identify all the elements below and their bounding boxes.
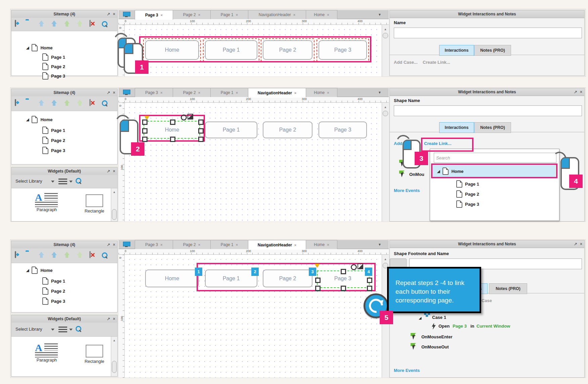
tab-close-icon[interactable]: × bbox=[327, 91, 329, 95]
widget-item-rectangle[interactable]: Rectangle bbox=[76, 342, 113, 364]
tab-menu-icon[interactable]: ▼ bbox=[378, 243, 381, 246]
scroll-up-icon[interactable]: ▲ bbox=[111, 190, 117, 194]
scrollbar-thumb[interactable] bbox=[383, 111, 388, 116]
tab-close-icon[interactable]: × bbox=[160, 91, 162, 95]
selection-handle[interactable] bbox=[170, 119, 175, 125]
sitemap-item-home[interactable]: ◢Home bbox=[26, 44, 53, 51]
selection-handle[interactable] bbox=[198, 119, 204, 125]
tab-close-icon[interactable]: × bbox=[160, 243, 162, 247]
add-folder-icon[interactable] bbox=[26, 20, 34, 29]
scroll-up-icon[interactable]: ▲ bbox=[382, 28, 389, 31]
event-onmouseout[interactable]: OnMouseOut bbox=[421, 344, 449, 349]
sitemap-item-page2[interactable]: Page 2 bbox=[42, 137, 65, 144]
tab-notes[interactable]: Notes (PRO) bbox=[474, 122, 511, 133]
more-events-link[interactable]: More Events bbox=[394, 368, 420, 373]
search-icon[interactable] bbox=[101, 21, 110, 29]
tab-page3[interactable]: Page 3× bbox=[135, 88, 173, 97]
expand-panel-icon[interactable]: ↗ bbox=[107, 167, 110, 175]
case-name[interactable]: Case 1 bbox=[432, 315, 446, 320]
tree-expand-icon[interactable]: ◢ bbox=[26, 269, 29, 272]
selection-handle[interactable] bbox=[142, 128, 148, 134]
tab-home[interactable]: Home× bbox=[306, 88, 337, 97]
tab-page2[interactable]: Page 2× bbox=[173, 10, 211, 19]
sitemap-item-page3[interactable]: Page 3 bbox=[42, 297, 65, 305]
tab-close-icon[interactable]: × bbox=[198, 243, 200, 247]
tab-close-icon[interactable]: × bbox=[236, 243, 238, 247]
sitemap-item-page2[interactable]: Page 2 bbox=[42, 63, 65, 70]
select-library-dropdown[interactable]: Select Library bbox=[15, 327, 42, 332]
close-icon[interactable]: × bbox=[113, 241, 115, 248]
selection-handle[interactable] bbox=[315, 286, 321, 291]
create-link-disabled[interactable]: Create Link... bbox=[423, 60, 450, 65]
view-options-icon[interactable] bbox=[58, 179, 67, 184]
tab-page2[interactable]: Page 2× bbox=[173, 240, 211, 249]
add-page-icon[interactable] bbox=[15, 252, 23, 260]
close-icon[interactable]: × bbox=[113, 89, 115, 96]
caret-down-icon[interactable] bbox=[51, 181, 54, 183]
action-target-page[interactable]: Page 3 bbox=[453, 324, 467, 329]
sitemap-item-page3[interactable]: Page 3 bbox=[42, 72, 65, 80]
search-icon[interactable] bbox=[75, 326, 83, 334]
selection-handle[interactable] bbox=[367, 278, 372, 283]
close-icon[interactable]: × bbox=[113, 10, 115, 18]
selection-handle[interactable] bbox=[198, 128, 204, 134]
view-options-icon[interactable] bbox=[58, 327, 67, 332]
tab-interactions[interactable]: Interactions bbox=[439, 122, 474, 133]
tab-notes[interactable]: Notes (PRO) bbox=[489, 283, 527, 294]
canvas-button-home[interactable]: Home bbox=[145, 270, 199, 287]
sitemap-item-page1[interactable]: Page 1 bbox=[42, 277, 65, 285]
sitemap-item-home[interactable]: ◢Home bbox=[26, 116, 53, 123]
scrollbar-thumb[interactable] bbox=[112, 209, 117, 220]
sitemap-item-page3[interactable]: Page 3 bbox=[42, 147, 65, 154]
search-icon[interactable] bbox=[101, 100, 110, 108]
canvas-vertical-scrollbar[interactable]: ▲ bbox=[382, 25, 389, 77]
more-events-link[interactable]: More Events bbox=[394, 188, 420, 193]
tab-close-icon[interactable]: × bbox=[236, 91, 238, 95]
tab-interactions[interactable]: Interactions bbox=[439, 45, 474, 56]
scroll-up-icon[interactable]: ▲ bbox=[382, 257, 389, 261]
delete-page-icon[interactable] bbox=[89, 252, 97, 260]
search-icon[interactable] bbox=[75, 178, 83, 186]
tab-close-icon[interactable]: × bbox=[236, 13, 238, 17]
sitemap-item-home[interactable]: ◢Home bbox=[26, 267, 53, 274]
tab-navigationheader[interactable]: NavigationHeader× bbox=[248, 88, 306, 98]
selection-handle[interactable] bbox=[170, 137, 175, 142]
selection-handle[interactable] bbox=[367, 286, 372, 291]
tab-page3[interactable]: Page 3× bbox=[135, 240, 173, 249]
add-page-icon[interactable] bbox=[15, 20, 23, 29]
link-tree-item-page1[interactable]: Page 1 bbox=[456, 180, 479, 188]
scrollbar-thumb[interactable] bbox=[112, 361, 117, 373]
widget-item-rectangle[interactable]: Rectangle bbox=[76, 192, 113, 213]
scroll-up-icon[interactable]: ▲ bbox=[382, 105, 389, 109]
page-search-input[interactable] bbox=[434, 153, 556, 163]
tab-close-icon[interactable]: × bbox=[294, 91, 296, 95]
tab-home[interactable]: Home× bbox=[306, 10, 337, 19]
tab-navigationheader[interactable]: NavigationHeader× bbox=[248, 240, 306, 250]
tab-page1[interactable]: Page 1× bbox=[210, 10, 248, 19]
selection-handle[interactable] bbox=[198, 137, 204, 142]
action-window-label[interactable]: Current Window bbox=[476, 324, 510, 329]
close-icon[interactable]: × bbox=[580, 88, 582, 96]
close-icon[interactable]: × bbox=[580, 240, 582, 248]
tree-expand-icon[interactable]: ◢ bbox=[419, 316, 421, 320]
tree-expand-icon[interactable]: ◢ bbox=[26, 118, 29, 121]
expand-panel-icon[interactable]: ↗ bbox=[574, 88, 577, 96]
widget-item-paragraph[interactable]: A Paragraph bbox=[28, 342, 65, 363]
canvas-button-page1[interactable]: Page 1 bbox=[205, 122, 257, 138]
search-icon[interactable] bbox=[101, 252, 110, 260]
tab-menu-icon[interactable]: ▼ bbox=[378, 91, 381, 94]
tab-page1[interactable]: Page 1× bbox=[210, 88, 248, 97]
add-folder-icon[interactable] bbox=[26, 100, 34, 108]
tab-close-icon[interactable]: × bbox=[293, 13, 295, 17]
sitemap-item-page1[interactable]: Page 1 bbox=[42, 127, 65, 134]
expand-panel-icon[interactable]: ↗ bbox=[107, 10, 110, 18]
close-icon[interactable]: × bbox=[113, 315, 115, 323]
scroll-up-icon[interactable]: ▲ bbox=[111, 339, 117, 342]
tab-close-icon[interactable]: × bbox=[161, 13, 163, 17]
expand-panel-icon[interactable]: ↗ bbox=[574, 240, 577, 248]
tab-page1[interactable]: Page 1× bbox=[210, 240, 248, 249]
caret-down-icon[interactable] bbox=[51, 329, 54, 331]
add-folder-icon[interactable] bbox=[26, 252, 34, 260]
delete-page-icon[interactable] bbox=[89, 100, 97, 108]
widgets-scrollbar[interactable]: ▲ bbox=[111, 188, 117, 221]
